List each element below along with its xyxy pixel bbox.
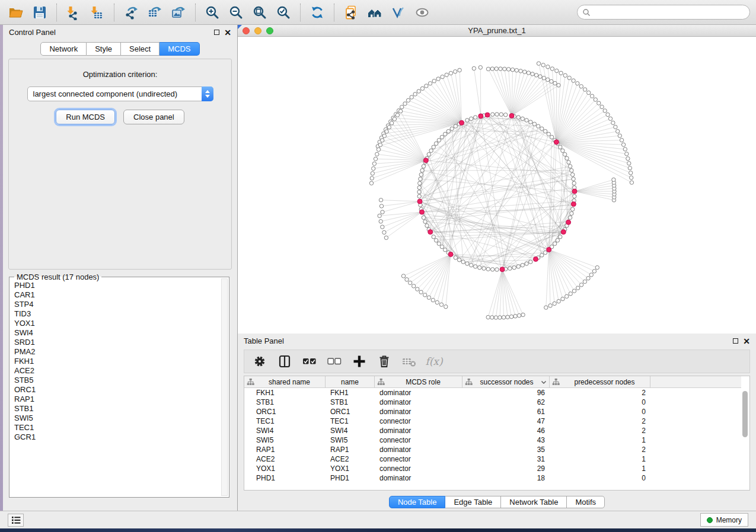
task-history-button[interactable] [8, 514, 24, 527]
tab-network-table[interactable]: Network Table [501, 496, 567, 508]
mcds-result-item[interactable]: STP4 [14, 300, 221, 309]
select-all-columns-button[interactable] [300, 352, 319, 370]
memory-button[interactable]: Memory [700, 513, 748, 527]
network-graph[interactable] [238, 37, 756, 334]
application-window: Control Panel ✕ NetworkStyleSelectMCDS O… [0, 0, 756, 532]
table-row[interactable]: SWI5SWI5connector431 [244, 435, 741, 445]
table-cell: 62 [462, 398, 550, 407]
table-cell: dominator [375, 426, 462, 435]
table-row[interactable]: TEC1TEC1connector472 [244, 416, 741, 426]
import-network-icon [66, 5, 81, 20]
table-row[interactable]: SWI4SWI4dominator462 [244, 426, 741, 435]
open-session-button[interactable] [6, 3, 26, 22]
mcds-result-item[interactable]: ORC1 [14, 385, 221, 395]
float-table-panel-icon[interactable] [733, 338, 738, 344]
table-row[interactable]: YOX1YOX1connector291 [244, 464, 741, 473]
node-table: shared namename MCDS role successor node… [244, 376, 750, 491]
column-header-predecessor-nodes[interactable]: predecessor nodes [550, 376, 650, 387]
mcds-result-item[interactable]: TEC1 [14, 423, 221, 432]
criterion-dropdown[interactable]: largest connected component (undirected) [27, 86, 213, 101]
show-column-button[interactable] [275, 352, 294, 370]
table-row[interactable]: RAP1RAP1dominator352 [244, 445, 741, 454]
table-cell: 1 [550, 464, 650, 473]
mcds-result-item[interactable]: SRD1 [14, 338, 221, 347]
delete-column-button[interactable] [375, 352, 394, 370]
search-input[interactable] [593, 7, 749, 18]
table-scrollbar-thumb[interactable] [742, 391, 748, 437]
tab-edge-table[interactable]: Edge Table [445, 496, 501, 508]
mcds-result-item[interactable]: STB1 [14, 404, 221, 414]
mcds-result-item[interactable]: PMA2 [14, 347, 221, 357]
table-options-gear-button[interactable] [250, 352, 269, 370]
table-row[interactable]: PHD1PHD1dominator180 [244, 473, 741, 483]
table-cell: STB1 [244, 398, 326, 407]
close-panel-button[interactable]: Close panel [123, 110, 184, 124]
mcds-result-item[interactable]: TID3 [14, 309, 221, 319]
export-table-button[interactable] [145, 3, 165, 22]
save-session-button[interactable] [30, 3, 50, 22]
column-header-name[interactable]: name [326, 376, 375, 387]
export-network-button[interactable] [121, 3, 141, 22]
toolbar-separator [195, 4, 196, 21]
mcds-result-item[interactable]: CAR1 [14, 290, 221, 300]
zoom-out-button[interactable] [226, 3, 246, 22]
show-graphics-details-button[interactable] [412, 3, 432, 22]
table-cell [650, 398, 741, 407]
close-table-panel-icon[interactable]: ✕ [743, 338, 750, 344]
import-table-button[interactable] [87, 3, 107, 22]
table-cell: FKH1 [326, 388, 375, 398]
table-row[interactable]: STB1STB1dominator620 [244, 398, 741, 407]
tab-network[interactable]: Network [40, 42, 87, 56]
hide-graphics-details-button[interactable] [388, 3, 409, 22]
zoom-fit-button[interactable] [250, 3, 270, 22]
network-overview-button[interactable] [365, 3, 385, 22]
zoom-in-button[interactable] [202, 3, 222, 22]
mcds-result-item[interactable]: GCR1 [14, 432, 221, 442]
tab-select[interactable]: Select [121, 42, 160, 56]
table-cell: connector [375, 416, 462, 426]
mcds-result-list[interactable]: PHD1CAR1STP4TID3YOX1SWI4SRD1PMA2FKH1ACE2… [14, 281, 221, 495]
table-cell [650, 416, 741, 426]
mcds-result-item[interactable]: PHD1 [14, 281, 221, 290]
float-panel-icon[interactable] [214, 30, 219, 35]
mcds-result-item[interactable]: RAP1 [14, 395, 221, 404]
table-row[interactable]: ORC1ORC1dominator610 [244, 407, 741, 416]
tab-style[interactable]: Style [87, 42, 121, 56]
table-cell: TEC1 [326, 416, 375, 426]
network-canvas[interactable] [238, 37, 756, 334]
table-cell: dominator [375, 398, 462, 407]
table-panel: Table Panel ✕ f(x) shared namename MCDS … [238, 334, 756, 511]
mcds-result-item[interactable]: STB5 [14, 376, 221, 385]
refresh-layout-button[interactable] [307, 3, 327, 22]
tab-node-table[interactable]: Node Table [389, 496, 446, 508]
table-row[interactable]: ACE2ACE2connector311 [244, 454, 741, 464]
zoom-selected-button[interactable] [273, 3, 294, 22]
mcds-result-item[interactable]: SWI4 [14, 328, 221, 338]
search-box[interactable] [577, 5, 750, 20]
tab-mcds[interactable]: MCDS [160, 42, 199, 56]
mcds-result-item[interactable]: ACE2 [14, 366, 221, 376]
mcds-result-item[interactable]: FKH1 [14, 357, 221, 366]
network-view-titlebar[interactable]: YPA_prune.txt_1 [238, 25, 756, 37]
table-cell: 35 [462, 445, 550, 454]
mcds-result-item[interactable]: SWI5 [14, 414, 221, 423]
table-row[interactable]: FKH1FKH1dominator962 [244, 388, 741, 398]
import-network-button[interactable] [63, 3, 84, 22]
column-header-MCDS-role[interactable]: MCDS role [375, 376, 462, 387]
table-scrollbar[interactable] [742, 378, 748, 466]
mcds-result-scrollbar[interactable] [221, 278, 228, 496]
status-bar: Memory [0, 511, 756, 528]
export-image-button[interactable] [168, 3, 189, 22]
run-mcds-button[interactable]: Run MCDS [56, 110, 115, 124]
network-overview-icon [367, 5, 382, 20]
close-panel-icon[interactable]: ✕ [224, 30, 231, 36]
tab-motifs[interactable]: Motifs [567, 496, 605, 508]
share-network-button[interactable] [341, 3, 361, 22]
create-column-button[interactable] [350, 352, 369, 370]
table-cell: dominator [375, 407, 462, 416]
column-header-shared-name[interactable]: shared name [244, 376, 326, 387]
unselect-all-columns-button[interactable] [325, 352, 344, 370]
column-header-successor-nodes[interactable]: successor nodes [462, 376, 550, 387]
table-cell [650, 435, 741, 445]
mcds-result-item[interactable]: YOX1 [14, 319, 221, 328]
